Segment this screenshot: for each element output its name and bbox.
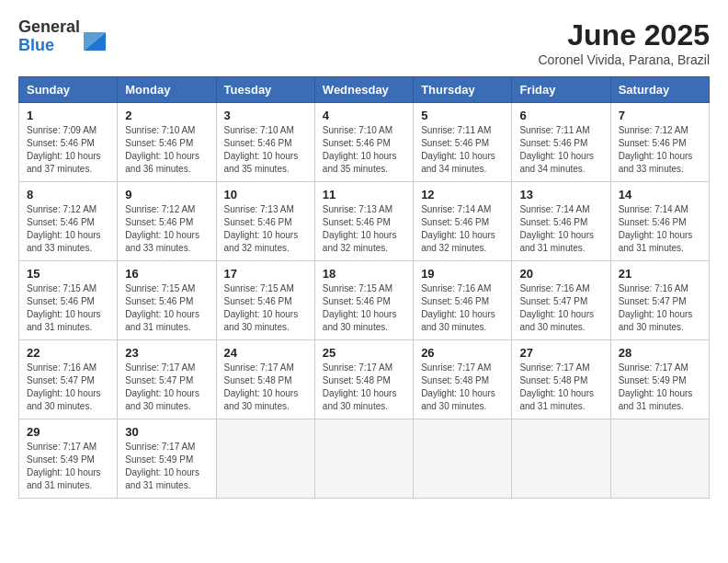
day-info: Sunrise: 7:17 AM Sunset: 5:48 PM Dayligh… — [421, 362, 504, 413]
day-info: Sunrise: 7:17 AM Sunset: 5:49 PM Dayligh… — [27, 441, 109, 492]
day-number: 8 — [27, 188, 109, 201]
day-number: 16 — [125, 267, 208, 281]
calendar-cell: 18Sunrise: 7:15 AM Sunset: 5:46 PM Dayli… — [314, 261, 413, 340]
calendar-cell: 25Sunrise: 7:17 AM Sunset: 5:48 PM Dayli… — [314, 340, 413, 419]
day-number: 3 — [224, 109, 307, 122]
day-number: 15 — [27, 267, 109, 281]
calendar-cell: 9Sunrise: 7:12 AM Sunset: 5:46 PM Daylig… — [118, 182, 216, 261]
calendar-cell: 19Sunrise: 7:16 AM Sunset: 5:46 PM Dayli… — [414, 261, 512, 340]
calendar-cell: 27Sunrise: 7:17 AM Sunset: 5:48 PM Dayli… — [512, 340, 610, 419]
logo: General Blue — [18, 18, 106, 55]
day-number: 25 — [323, 346, 405, 360]
calendar-cell: 5Sunrise: 7:11 AM Sunset: 5:46 PM Daylig… — [414, 103, 512, 182]
day-number: 24 — [224, 346, 307, 360]
day-number: 23 — [125, 346, 208, 360]
day-info: Sunrise: 7:10 AM Sunset: 5:46 PM Dayligh… — [125, 124, 208, 176]
day-info: Sunrise: 7:11 AM Sunset: 5:46 PM Dayligh… — [421, 124, 504, 176]
logo-general: General — [18, 18, 80, 37]
calendar-cell: 13Sunrise: 7:14 AM Sunset: 5:46 PM Dayli… — [512, 182, 610, 261]
day-number: 1 — [27, 109, 109, 122]
day-number: 26 — [421, 346, 504, 360]
calendar-cell: 6Sunrise: 7:11 AM Sunset: 5:46 PM Daylig… — [512, 103, 610, 182]
calendar-cell: 7Sunrise: 7:12 AM Sunset: 5:46 PM Daylig… — [610, 103, 709, 182]
calendar-cell — [512, 419, 610, 499]
column-header-wednesday: Wednesday — [314, 77, 413, 103]
calendar-cell: 3Sunrise: 7:10 AM Sunset: 5:46 PM Daylig… — [216, 103, 314, 182]
day-info: Sunrise: 7:11 AM Sunset: 5:46 PM Dayligh… — [519, 124, 602, 176]
calendar-cell: 10Sunrise: 7:13 AM Sunset: 5:46 PM Dayli… — [216, 182, 314, 261]
calendar-cell: 15Sunrise: 7:15 AM Sunset: 5:46 PM Dayli… — [19, 261, 118, 340]
logo-text: General Blue — [18, 18, 80, 55]
day-number: 10 — [224, 188, 307, 201]
calendar-cell: 24Sunrise: 7:17 AM Sunset: 5:48 PM Dayli… — [216, 340, 314, 419]
column-header-sunday: Sunday — [19, 77, 118, 103]
calendar-cell — [314, 419, 413, 499]
day-info: Sunrise: 7:12 AM Sunset: 5:46 PM Dayligh… — [125, 203, 208, 255]
header-row: SundayMondayTuesdayWednesdayThursdayFrid… — [19, 77, 710, 103]
day-info: Sunrise: 7:14 AM Sunset: 5:46 PM Dayligh… — [519, 203, 602, 255]
day-info: Sunrise: 7:15 AM Sunset: 5:46 PM Dayligh… — [224, 282, 307, 334]
day-info: Sunrise: 7:16 AM Sunset: 5:47 PM Dayligh… — [519, 282, 602, 334]
day-number: 9 — [125, 188, 208, 201]
day-info: Sunrise: 7:10 AM Sunset: 5:46 PM Dayligh… — [323, 124, 405, 176]
day-number: 28 — [619, 346, 701, 360]
day-info: Sunrise: 7:17 AM Sunset: 5:48 PM Dayligh… — [323, 362, 405, 413]
day-info: Sunrise: 7:13 AM Sunset: 5:46 PM Dayligh… — [323, 203, 405, 255]
calendar: SundayMondayTuesdayWednesdayThursdayFrid… — [18, 76, 710, 499]
day-info: Sunrise: 7:16 AM Sunset: 5:46 PM Dayligh… — [421, 282, 504, 334]
calendar-cell: 29Sunrise: 7:17 AM Sunset: 5:49 PM Dayli… — [19, 419, 118, 499]
week-row-3: 22Sunrise: 7:16 AM Sunset: 5:47 PM Dayli… — [19, 340, 710, 419]
day-number: 4 — [323, 109, 405, 122]
column-header-monday: Monday — [118, 77, 216, 103]
calendar-cell: 12Sunrise: 7:14 AM Sunset: 5:46 PM Dayli… — [414, 182, 512, 261]
page-header: General Blue June 2025 Coronel Vivida, P… — [18, 18, 710, 67]
day-number: 6 — [519, 109, 602, 122]
calendar-cell: 16Sunrise: 7:15 AM Sunset: 5:46 PM Dayli… — [118, 261, 216, 340]
day-info: Sunrise: 7:15 AM Sunset: 5:46 PM Dayligh… — [125, 282, 208, 334]
calendar-cell: 11Sunrise: 7:13 AM Sunset: 5:46 PM Dayli… — [314, 182, 413, 261]
calendar-cell: 1Sunrise: 7:09 AM Sunset: 5:46 PM Daylig… — [19, 103, 118, 182]
calendar-cell: 20Sunrise: 7:16 AM Sunset: 5:47 PM Dayli… — [512, 261, 610, 340]
week-row-1: 8Sunrise: 7:12 AM Sunset: 5:46 PM Daylig… — [19, 182, 710, 261]
day-number: 7 — [619, 109, 701, 122]
day-info: Sunrise: 7:15 AM Sunset: 5:46 PM Dayligh… — [323, 282, 405, 334]
day-info: Sunrise: 7:17 AM Sunset: 5:49 PM Dayligh… — [619, 362, 701, 413]
day-number: 21 — [619, 267, 701, 281]
location: Coronel Vivida, Parana, Brazil — [538, 52, 710, 67]
calendar-cell: 21Sunrise: 7:16 AM Sunset: 5:47 PM Dayli… — [610, 261, 709, 340]
day-info: Sunrise: 7:15 AM Sunset: 5:46 PM Dayligh… — [27, 282, 109, 334]
day-number: 11 — [323, 188, 405, 201]
day-number: 2 — [125, 109, 208, 122]
day-number: 19 — [421, 267, 504, 281]
day-info: Sunrise: 7:12 AM Sunset: 5:46 PM Dayligh… — [27, 203, 109, 255]
day-number: 20 — [519, 267, 602, 281]
day-info: Sunrise: 7:13 AM Sunset: 5:46 PM Dayligh… — [224, 203, 307, 255]
calendar-cell: 30Sunrise: 7:17 AM Sunset: 5:49 PM Dayli… — [118, 419, 216, 499]
calendar-cell: 28Sunrise: 7:17 AM Sunset: 5:49 PM Dayli… — [610, 340, 709, 419]
week-row-0: 1Sunrise: 7:09 AM Sunset: 5:46 PM Daylig… — [19, 103, 710, 182]
calendar-cell: 23Sunrise: 7:17 AM Sunset: 5:47 PM Dayli… — [118, 340, 216, 419]
day-number: 29 — [27, 425, 109, 439]
day-info: Sunrise: 7:17 AM Sunset: 5:47 PM Dayligh… — [125, 362, 208, 413]
calendar-body: 1Sunrise: 7:09 AM Sunset: 5:46 PM Daylig… — [19, 103, 710, 499]
column-header-thursday: Thursday — [414, 77, 512, 103]
day-info: Sunrise: 7:16 AM Sunset: 5:47 PM Dayligh… — [27, 362, 109, 413]
week-row-2: 15Sunrise: 7:15 AM Sunset: 5:46 PM Dayli… — [19, 261, 710, 340]
calendar-cell: 22Sunrise: 7:16 AM Sunset: 5:47 PM Dayli… — [19, 340, 118, 419]
calendar-cell: 17Sunrise: 7:15 AM Sunset: 5:46 PM Dayli… — [216, 261, 314, 340]
column-header-tuesday: Tuesday — [216, 77, 314, 103]
day-info: Sunrise: 7:17 AM Sunset: 5:48 PM Dayligh… — [224, 362, 307, 413]
logo-icon — [84, 23, 106, 51]
column-header-saturday: Saturday — [610, 77, 709, 103]
month-title: June 2025 — [538, 18, 710, 52]
calendar-cell — [610, 419, 709, 499]
calendar-cell: 26Sunrise: 7:17 AM Sunset: 5:48 PM Dayli… — [414, 340, 512, 419]
calendar-cell: 2Sunrise: 7:10 AM Sunset: 5:46 PM Daylig… — [118, 103, 216, 182]
day-info: Sunrise: 7:10 AM Sunset: 5:46 PM Dayligh… — [224, 124, 307, 176]
calendar-cell: 4Sunrise: 7:10 AM Sunset: 5:46 PM Daylig… — [314, 103, 413, 182]
day-number: 30 — [125, 425, 208, 439]
day-number: 18 — [323, 267, 405, 281]
day-number: 14 — [619, 188, 701, 201]
day-info: Sunrise: 7:16 AM Sunset: 5:47 PM Dayligh… — [619, 282, 701, 334]
day-number: 12 — [421, 188, 504, 201]
